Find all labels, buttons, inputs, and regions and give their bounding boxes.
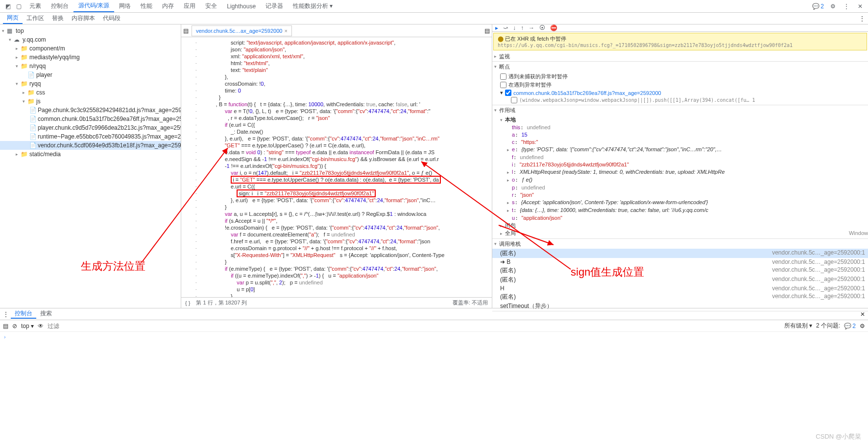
code-line[interactable]: if (s.Accept = u || "*/*", (201, 217, 492, 224)
chk-caught[interactable]: 在遇到异常时暂停 (500, 81, 868, 89)
scope-closure[interactable]: ▸闭包 (500, 222, 868, 230)
main-tab[interactable]: 源代码/来源 (73, 0, 114, 12)
main-tab[interactable]: 控制台 (46, 0, 73, 12)
main-tab[interactable]: Lighthouse (222, 0, 261, 12)
device-icon[interactable]: ▢ (14, 1, 24, 11)
scope-variable[interactable]: ▸t: {data: {…}, time: 10000, withCredent… (507, 207, 868, 214)
scope-variable[interactable]: i: "zzb2117e783oyjo5tjjdnds4wdztfjow90f0… (507, 161, 868, 168)
scope-variable[interactable]: ▸s: {Accept: 'application/json', Content… (507, 199, 868, 207)
drawer-tab[interactable]: 搜索 (36, 309, 56, 318)
scope-variable[interactable]: f: undefined (507, 154, 868, 161)
code-line[interactable]: } (201, 293, 492, 297)
scope-variable[interactable]: ▸o: ƒ e() (507, 176, 868, 184)
tree-item[interactable]: 📄runtime~Page.e55bbc67ceb760049835.js?ma… (0, 132, 181, 141)
sect-breakpoints[interactable]: ▾断点 (492, 62, 868, 71)
main-tab[interactable]: 网络 (114, 0, 136, 12)
tree-item[interactable]: ▾📁n/ryqq (0, 62, 181, 70)
close-tab-icon[interactable]: × (284, 28, 287, 34)
code-line[interactable]: var i, o = n(147).default; i = "zzb2117e… (201, 169, 492, 176)
code-line[interactable]: , B = function(t) { t = {data: {…}, time… (201, 101, 492, 108)
scope-variable[interactable]: r: "json" (507, 191, 868, 199)
console-body[interactable]: › (0, 332, 868, 445)
sources-subtab[interactable]: 替换 (48, 13, 68, 24)
console-settings-icon[interactable]: ⚙ (860, 323, 865, 329)
tree-item[interactable]: ▾📁js (0, 97, 181, 106)
pretty-print-icon[interactable]: { } (185, 300, 190, 306)
scope-variable[interactable]: c: "https:" (507, 139, 868, 146)
code-line[interactable]: !e.crossDomain) { e = {type: 'POST', dat… (201, 224, 492, 231)
code-line[interactable]: }, (201, 73, 492, 80)
main-tab[interactable]: 应用 (179, 0, 200, 12)
step-icon[interactable]: → (529, 24, 534, 31)
clear-console-icon[interactable]: ⊘ (12, 323, 17, 329)
main-tab[interactable]: 记录器 (261, 0, 288, 12)
stack-frame[interactable]: (匿名)vendor.chunk.5c…_age=2592000:1 (492, 249, 868, 258)
code-line[interactable]: "GET" === e.type.toUpperCase() ? (e.url … (201, 142, 492, 149)
tree-item[interactable]: 📄player.chunk.c9d5d7c9966dea2b213c.js?ma… (0, 123, 181, 132)
code-line[interactable]: f.href = e.url, e = {type: 'POST', data:… (201, 238, 492, 245)
scope-variable[interactable]: u: "application/json" (507, 214, 868, 222)
code-line[interactable]: } (201, 204, 492, 211)
close-icon[interactable]: ✕ (855, 1, 865, 11)
step-into-icon[interactable]: ↓ (513, 24, 516, 31)
chk-uncaught[interactable]: 遇到未捕获的异常时暂停 (500, 72, 868, 81)
code-line[interactable]: var p = u.split(",", 2); p = undefined (201, 279, 492, 286)
scope-variable[interactable]: a: 15 (507, 131, 868, 139)
sidebar-toggle-icon[interactable]: ▤ (3, 323, 8, 329)
tab-more-icon[interactable]: ▤ (484, 27, 490, 34)
code-line[interactable]: if ((u = e.mimeType).indexOf(",") > -1) … (201, 272, 492, 279)
tree-item[interactable]: ▸📁static/media (0, 150, 181, 159)
live-expr-icon[interactable]: 👁 (38, 323, 44, 329)
code-line[interactable]: e.crossDomain = g.protocol + "//" + g.ho… (201, 245, 492, 252)
deactivate-bp-icon[interactable]: ⦿ (539, 24, 545, 31)
code-line[interactable]: , r = e.dataType.toLowerCase(); r = "jso… (201, 115, 492, 121)
code-line[interactable]: if (e.mimeType) { e = {type: 'POST', dat… (201, 265, 492, 272)
code-line[interactable]: html: "text/html", (201, 60, 492, 67)
scope-variable[interactable]: ▸e: {type: 'POST', data: '{"comm":{"cv":… (507, 146, 868, 154)
nav-icon[interactable]: ▤ (183, 27, 189, 34)
sect-scope[interactable]: ▾作用域 (492, 105, 868, 115)
context-selector[interactable]: top ▾ (21, 323, 34, 329)
bp-sub[interactable]: (window.webpackJsonp=window.webpackJsonp… (500, 96, 868, 104)
code-line[interactable]: e.data = void 0) : "string" === typeof e… (201, 149, 492, 156)
scope-variable[interactable]: this: undefined (507, 124, 868, 131)
drawer-menu-icon[interactable]: ⋮ (3, 311, 9, 318)
main-tab[interactable]: 性能数据分析 ▾ (288, 0, 338, 12)
sources-subtab[interactable]: 代码段 (99, 13, 124, 24)
code-line[interactable]: script: "text/javascript, application/ja… (201, 39, 492, 46)
editor-tab[interactable]: vendor.chunk.5c…ax_age=2592000 × (192, 25, 292, 36)
console-filter[interactable] (48, 323, 780, 329)
scope-global[interactable]: ▸全局 Window (500, 230, 868, 237)
pause-exc-icon[interactable]: ⛔ (550, 24, 557, 31)
resume-icon[interactable]: ▸ (495, 24, 498, 31)
code-line[interactable]: }, e.url) e = {type: 'POST', data: '{"co… (201, 197, 492, 204)
issues-count[interactable]: 💬 2 (844, 323, 856, 329)
tree-item[interactable]: 📄Page.chunk.9c3c92558294294821dd.js?max_… (0, 106, 181, 115)
scope-variable[interactable]: ▸l: XMLHttpRequest {readyState: 1, timeo… (507, 168, 868, 176)
tree-item[interactable]: ▾☁y.qq.com (0, 35, 181, 44)
more-tools-icon[interactable]: ⋮ (859, 15, 865, 22)
drawer-tab[interactable]: 控制台 (11, 309, 36, 319)
settings-icon[interactable]: ⚙ (828, 1, 838, 11)
code-line[interactable]: _: Date.now() (201, 128, 492, 135)
tree-item[interactable]: 📄vendor.chunk.5cdf0694e9d53fb1e18f.js?ma… (0, 141, 181, 150)
scope-local[interactable]: ▾本地 (500, 116, 868, 124)
code-line[interactable]: }, e.url), e = {type: 'POST', data: '{"c… (201, 135, 492, 142)
code-line[interactable]: text: "text/plain" (201, 67, 492, 73)
sources-subtab[interactable]: 网页 (3, 13, 23, 24)
code-line[interactable]: sign: i i = "zzb2117e783oyjo5tjjdnds4wdz… (201, 190, 492, 197)
main-tab[interactable]: 安全 (200, 0, 222, 12)
tree-item[interactable]: ▾▦top (0, 26, 181, 35)
code-line[interactable]: u = p[0] (201, 286, 492, 293)
messages-badge[interactable]: 💬 2 (812, 3, 824, 10)
scope-variable[interactable]: p: undefined (507, 184, 868, 191)
stack-frame[interactable]: (匿名)vendor.chunk.5c…_age=2592000:1 (492, 292, 868, 302)
sources-subtab[interactable]: 内容脚本 (68, 13, 99, 24)
code-line[interactable]: var a, u = L.accepts[r], s = {}, c = /^(… (201, 211, 492, 217)
stack-frame[interactable]: Hvendor.chunk.5c…_age=2592000:1 (492, 284, 868, 292)
code-line[interactable]: -1 !== e.url.indexOf("cgi-bin/musics.fcg… (201, 163, 492, 169)
tree-item[interactable]: ▸📁css (0, 88, 181, 97)
code-line[interactable]: } (201, 258, 492, 265)
main-tab[interactable]: 内存 (157, 0, 179, 12)
bp-item[interactable]: ▾common.chunk.0b15a31f7bc269ea76ff.js?ma… (500, 89, 868, 96)
